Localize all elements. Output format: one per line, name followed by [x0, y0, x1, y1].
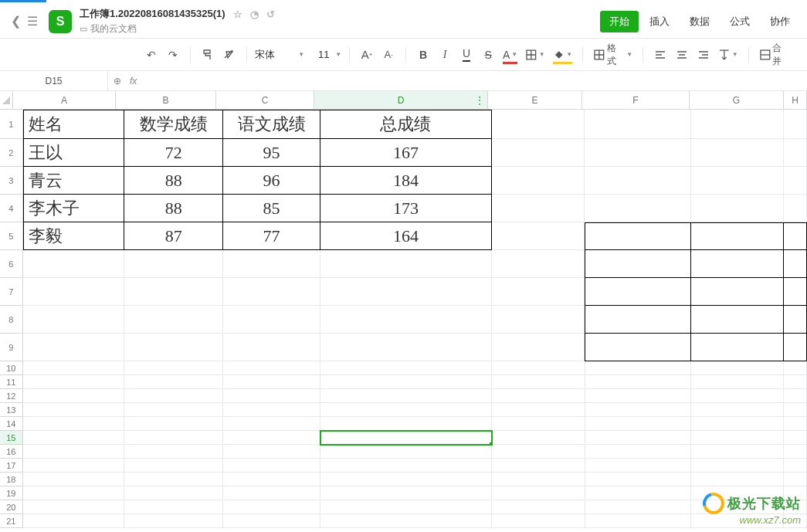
tab-formula[interactable]: 公式 [721, 11, 759, 32]
cell[interactable] [691, 361, 785, 375]
cell[interactable] [320, 306, 492, 334]
cell[interactable] [492, 389, 585, 403]
cell[interactable] [223, 278, 320, 306]
cell[interactable] [492, 334, 585, 361]
cell[interactable] [23, 459, 124, 473]
cell[interactable]: 72 [124, 139, 223, 167]
column-header-G[interactable]: G [690, 91, 784, 110]
row-header-6[interactable]: 6 [0, 250, 23, 278]
cell[interactable] [23, 278, 124, 306]
cell[interactable] [691, 403, 785, 417]
italic-button[interactable]: I [436, 44, 454, 66]
chevron-down-icon[interactable]: ▼ [298, 51, 304, 58]
row-header-16[interactable]: 16 [0, 445, 23, 459]
cell[interactable] [320, 278, 492, 306]
cell[interactable] [585, 389, 691, 403]
cell[interactable] [585, 500, 691, 514]
cell-reference-input[interactable] [0, 76, 107, 86]
cell[interactable] [223, 417, 320, 431]
row-header-2[interactable]: 2 [0, 139, 23, 167]
cell[interactable] [691, 222, 785, 250]
cell[interactable] [124, 417, 223, 431]
cell[interactable] [691, 278, 785, 306]
tab-data[interactable]: 数据 [680, 11, 719, 32]
cell[interactable] [223, 459, 320, 473]
cell[interactable] [784, 222, 807, 250]
align-left-button[interactable] [651, 44, 670, 66]
cell[interactable] [691, 250, 785, 278]
doc-title[interactable]: 工作簿1.20220816081435325(1) [80, 7, 225, 21]
cell[interactable] [320, 389, 492, 403]
cell[interactable] [223, 306, 320, 334]
cell[interactable] [23, 361, 124, 375]
cell[interactable] [124, 334, 223, 361]
cell[interactable] [492, 250, 585, 278]
tag-icon[interactable]: ◔ [250, 8, 259, 20]
back-icon[interactable]: ❮ [8, 14, 24, 29]
cell[interactable] [492, 195, 585, 222]
valign-button[interactable]: ▼ [716, 44, 741, 66]
cell[interactable] [784, 486, 807, 500]
cell[interactable] [23, 514, 124, 528]
cell[interactable] [223, 500, 320, 514]
cell[interactable] [124, 403, 223, 417]
cell[interactable] [691, 139, 785, 167]
cell[interactable] [585, 417, 691, 431]
cell[interactable] [784, 195, 807, 222]
cell[interactable] [124, 486, 223, 500]
cell[interactable] [691, 514, 785, 528]
cell[interactable] [691, 110, 785, 139]
cell[interactable] [585, 403, 691, 417]
cell[interactable] [492, 486, 585, 500]
cell[interactable]: 总成绩 [320, 110, 492, 139]
cell[interactable] [23, 389, 124, 403]
cell[interactable]: 85 [223, 195, 320, 222]
fill-color-button[interactable]: ▼ [551, 44, 575, 66]
align-center-button[interactable] [673, 44, 691, 66]
cell[interactable] [223, 334, 320, 361]
cell[interactable] [691, 459, 785, 473]
bold-button[interactable]: B [414, 44, 432, 66]
cell[interactable] [691, 306, 785, 334]
cell[interactable] [691, 417, 785, 431]
cell[interactable] [320, 361, 492, 375]
cell[interactable]: 语文成绩 [223, 110, 320, 139]
formula-input[interactable] [140, 71, 807, 90]
cell[interactable] [23, 445, 124, 459]
strike-button[interactable]: S [479, 44, 497, 66]
format-painter-button[interactable] [198, 44, 217, 66]
cell[interactable] [585, 195, 690, 222]
cell[interactable] [585, 445, 691, 459]
cell[interactable]: 184 [320, 167, 492, 195]
selection-handle[interactable] [489, 442, 492, 445]
underline-button[interactable]: U [457, 44, 476, 66]
cell[interactable] [320, 250, 492, 278]
cell[interactable] [492, 500, 585, 514]
cell[interactable] [585, 473, 691, 486]
row-header-7[interactable]: 7 [0, 278, 23, 306]
cell[interactable] [492, 459, 585, 473]
cell[interactable] [124, 500, 223, 514]
cell[interactable] [784, 361, 807, 375]
cell[interactable]: 87 [124, 222, 223, 250]
column-menu-icon[interactable]: ⋮ [475, 95, 484, 106]
cell[interactable] [691, 195, 785, 222]
chevron-down-icon[interactable]: ▼ [335, 51, 341, 58]
cell[interactable] [585, 167, 690, 195]
cell[interactable] [124, 278, 223, 306]
redo-button[interactable]: ↷ [164, 44, 182, 66]
cell[interactable] [585, 278, 690, 306]
cell[interactable] [320, 403, 492, 417]
cell[interactable] [124, 431, 223, 445]
cell[interactable] [784, 431, 807, 445]
align-right-button[interactable] [694, 44, 713, 66]
cell[interactable] [23, 486, 124, 500]
clear-format-button[interactable] [220, 44, 239, 66]
cell[interactable] [784, 417, 807, 431]
cell[interactable] [223, 250, 320, 278]
cell[interactable] [23, 375, 124, 389]
cell[interactable] [784, 403, 807, 417]
cell[interactable] [223, 375, 320, 389]
cell[interactable]: 姓名 [23, 110, 124, 139]
select-all-corner[interactable] [0, 91, 13, 110]
